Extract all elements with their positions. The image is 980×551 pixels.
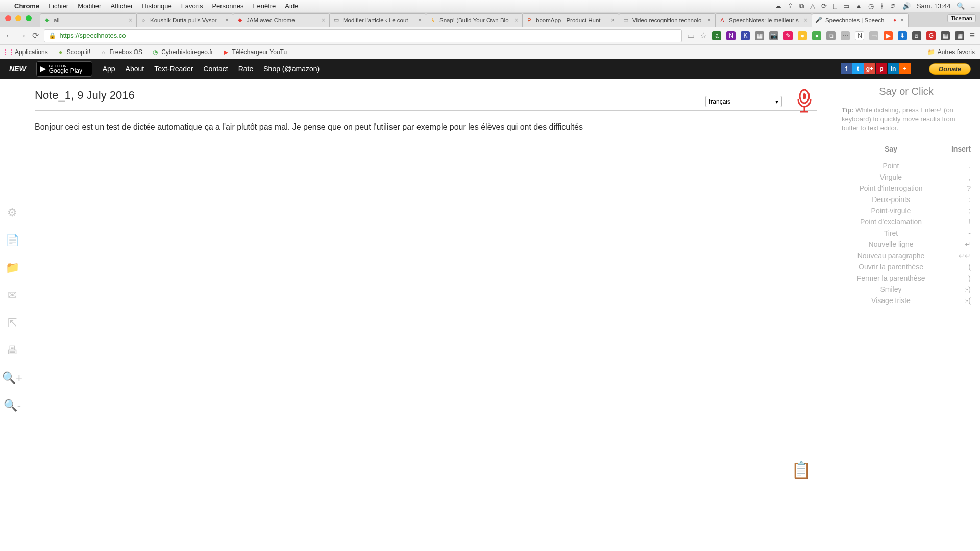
browser-tab[interactable]: ◆JAM avec Chrome× — [233, 13, 330, 27]
notification-icon[interactable]: ≡ — [971, 2, 975, 10]
nav-link[interactable]: Contact — [203, 65, 228, 73]
ext-icon[interactable]: K — [741, 31, 750, 40]
command-row[interactable]: Ouvrir la parenthèse( — [842, 261, 971, 272]
dropbox-icon[interactable]: ⧉ — [799, 2, 804, 10]
browser-tab[interactable]: ASpeechNotes: le meilleur s× — [715, 13, 812, 27]
tab-close-icon[interactable]: × — [128, 17, 133, 24]
sync-icon[interactable]: ⟳ — [821, 2, 827, 10]
url-input[interactable]: 🔒 https://speechnotes.co — [44, 29, 682, 42]
print-icon[interactable]: 🖶 — [7, 344, 18, 357]
command-row[interactable]: Point-virgule; — [842, 205, 971, 216]
ext-icon[interactable]: N — [855, 31, 864, 40]
browser-tab[interactable]: 🎤Speechnotes | Speech●× — [812, 13, 909, 27]
volume-icon[interactable]: 🔊 — [902, 2, 911, 10]
email-icon[interactable]: ✉ — [8, 289, 17, 302]
clock-icon[interactable]: ◷ — [868, 2, 874, 10]
ext-icon[interactable]: ▭ — [869, 31, 878, 40]
ext-icon[interactable]: G — [926, 31, 936, 40]
command-row[interactable]: Nouvelle ligne↵ — [842, 239, 971, 250]
forward-button[interactable]: → — [18, 30, 27, 41]
nav-link[interactable]: Text-Reader — [154, 65, 193, 73]
microphone-button[interactable] — [792, 90, 817, 114]
menu-item[interactable]: Afficher — [110, 2, 133, 10]
command-row[interactable]: Visage triste:-( — [842, 295, 971, 306]
other-bookmarks[interactable]: 📁Autres favoris — [928, 48, 975, 56]
command-row[interactable]: Smiley:-) — [842, 284, 971, 295]
ext-icon[interactable]: ▦ — [755, 31, 764, 40]
menu-item[interactable]: Historique — [142, 2, 172, 10]
reload-button[interactable]: ⟳ — [32, 30, 39, 41]
zoom-out-icon[interactable]: 🔍- — [4, 399, 21, 412]
menu-item[interactable]: Fenêtre — [253, 2, 276, 10]
new-note-icon[interactable]: 📄 — [6, 234, 19, 247]
nav-link[interactable]: About — [126, 65, 144, 73]
googleplus-icon[interactable]: g+ — [864, 63, 875, 74]
tab-close-icon[interactable]: × — [803, 17, 808, 24]
menu-item[interactable]: Favoris — [181, 2, 203, 10]
command-row[interactable]: Deux-points: — [842, 194, 971, 205]
maximize-window-button[interactable] — [26, 15, 32, 21]
arrow-icon[interactable]: ▲ — [855, 2, 862, 10]
ext-icon[interactable]: ▦ — [941, 31, 950, 40]
ext-icon[interactable]: ⬇ — [898, 31, 907, 40]
transcript-text[interactable]: Bonjour ceci est un test de dictée autom… — [35, 121, 765, 134]
browser-tab[interactable]: ▭Video recognition technolo× — [619, 13, 716, 27]
nav-link[interactable]: Rate — [238, 65, 254, 73]
language-select[interactable]: français ▾ — [705, 96, 782, 107]
ext-icon[interactable]: ▭ — [687, 31, 695, 40]
command-row[interactable]: Point d'interrogation? — [842, 183, 971, 194]
tab-close-icon[interactable]: × — [513, 17, 519, 24]
cloud-icon[interactable]: ☁ — [775, 2, 781, 10]
ext-icon[interactable]: ⧈ — [912, 31, 921, 40]
ext-icon[interactable]: ● — [798, 31, 807, 40]
tab-close-icon[interactable]: × — [224, 17, 230, 24]
twitter-icon[interactable]: t — [852, 63, 864, 74]
facebook-icon[interactable]: f — [841, 63, 852, 74]
ext-icon[interactable]: ⋯ — [841, 31, 850, 40]
bookmark-item[interactable]: ◔Cyberhistoiregeo.fr — [152, 48, 213, 56]
bookmark-item[interactable]: ⌂Freebox OS — [100, 48, 142, 56]
ext-icon[interactable]: ✎ — [783, 31, 793, 40]
ext-icon[interactable]: ⧉ — [826, 31, 836, 40]
star-icon[interactable]: ☆ — [700, 31, 707, 40]
command-row[interactable]: Fermer la parenthèse) — [842, 272, 971, 284]
back-button[interactable]: ← — [5, 30, 13, 41]
menu-item[interactable]: Aide — [285, 2, 298, 10]
export-icon[interactable]: ⇱ — [8, 316, 17, 330]
donate-button[interactable]: Donate — [929, 63, 971, 75]
app-name[interactable]: Chrome — [14, 2, 39, 10]
tab-close-icon[interactable]: × — [321, 17, 326, 24]
drive-icon[interactable]: △ — [810, 2, 815, 10]
share-icon[interactable]: ⇪ — [788, 2, 793, 10]
nav-link[interactable]: Shop (@amazon) — [263, 65, 320, 73]
ext-icon[interactable]: N — [726, 31, 736, 40]
ext-icon[interactable]: ▦ — [955, 31, 964, 40]
tab-close-icon[interactable]: × — [417, 17, 423, 24]
ext-icon[interactable]: 📷 — [769, 31, 778, 40]
addthis-icon[interactable]: + — [899, 63, 911, 74]
browser-tab[interactable]: λSnap! (Build Your Own Blo× — [426, 13, 523, 27]
menu-item[interactable]: Modifier — [78, 2, 101, 10]
nav-link[interactable]: App — [103, 65, 115, 73]
menu-item[interactable]: Personnes — [212, 2, 243, 10]
command-row[interactable]: Nouveau paragraphe↵↵ — [842, 250, 971, 261]
wifi-icon[interactable]: ⚞ — [890, 2, 896, 10]
bookmark-item[interactable]: ▶Téléchargeur YouTu — [223, 48, 287, 56]
browser-tab[interactable]: ◆all× — [40, 13, 137, 27]
settings-icon[interactable]: ⚙ — [7, 206, 17, 219]
ext-icon[interactable]: ▶ — [884, 31, 893, 40]
command-row[interactable]: Point d'exclamation! — [842, 216, 971, 228]
browser-tab[interactable]: ▭Modifier l'article ‹ Le cout× — [329, 13, 426, 27]
browser-tab[interactable]: PboomApp - Product Hunt× — [522, 13, 619, 27]
display-icon[interactable]: ▭ — [843, 2, 849, 10]
chrome-menu-icon[interactable]: ≡ — [969, 30, 975, 41]
google-play-badge[interactable]: ▶ GET IT ON Google Play — [36, 61, 92, 77]
bluetooth-icon[interactable]: ᚼ — [880, 2, 884, 10]
menu-item[interactable]: Fichier — [48, 2, 68, 10]
linkedin-icon[interactable]: in — [888, 63, 899, 74]
open-folder-icon[interactable]: 📁 — [6, 261, 19, 274]
tab-close-icon[interactable]: × — [899, 17, 905, 24]
zoom-in-icon[interactable]: 🔍+ — [2, 371, 22, 385]
note-title[interactable]: Note_1, 9 July 2016 — [35, 89, 135, 107]
tab-close-icon[interactable]: × — [610, 17, 616, 24]
